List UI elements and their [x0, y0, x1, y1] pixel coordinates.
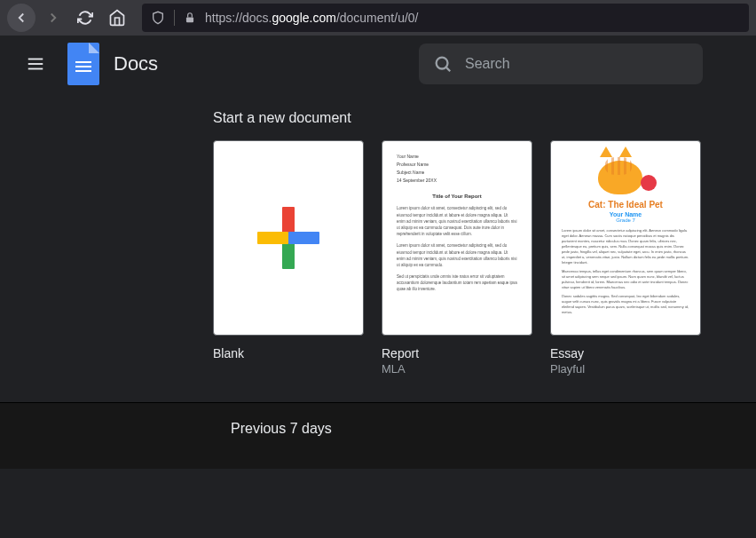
svg-line-5 — [446, 67, 451, 72]
templates-section: Start a new document Blank — [0, 92, 756, 402]
address-bar[interactable]: https://docs.google.com/document/u/0/ — [142, 4, 749, 32]
shield-icon — [151, 11, 165, 25]
essay-title: Cat: The Ideal Pet — [562, 200, 689, 210]
essay-byline: Your Name — [562, 211, 689, 218]
template-report[interactable]: Your Name Professor Name Subject Name 14… — [382, 140, 532, 376]
template-essay[interactable]: Cat: The Ideal Pet Your Name Grade 7 Lor… — [550, 140, 701, 376]
plus-icon — [257, 207, 319, 269]
main-menu-button[interactable] — [18, 46, 53, 82]
recent-title: Previous 7 days — [231, 421, 756, 437]
svg-point-4 — [437, 58, 448, 69]
docs-logo-icon[interactable] — [67, 43, 99, 85]
forward-button[interactable] — [39, 4, 67, 32]
app-header: Docs — [0, 36, 756, 92]
templates-title: Start a new document — [213, 110, 756, 126]
home-button[interactable] — [103, 4, 131, 32]
template-name: Blank — [213, 346, 364, 360]
essay-grade: Grade 7 — [562, 218, 689, 223]
recent-section: Previous 7 days — [0, 402, 756, 469]
template-name: Essay — [550, 346, 701, 360]
template-row: Blank Your Name Professor Name Subject N… — [213, 140, 756, 376]
template-report-thumb: Your Name Professor Name Subject Name 14… — [382, 140, 532, 336]
search-icon — [433, 54, 453, 74]
url-text: https://docs.google.com/document/u/0/ — [205, 11, 419, 25]
template-name: Report — [382, 346, 532, 360]
template-blank-thumb — [213, 140, 364, 336]
search-container — [419, 44, 703, 84]
cat-illustration — [595, 150, 657, 194]
svg-rect-0 — [186, 17, 193, 22]
template-blank[interactable]: Blank — [213, 140, 364, 376]
template-subtitle: Playful — [550, 362, 701, 376]
divider — [174, 10, 175, 26]
lock-icon — [184, 12, 196, 24]
search-input[interactable] — [465, 56, 689, 72]
template-subtitle: MLA — [382, 362, 532, 376]
back-button[interactable] — [7, 4, 35, 32]
browser-toolbar: https://docs.google.com/document/u/0/ — [0, 0, 756, 36]
template-essay-thumb: Cat: The Ideal Pet Your Name Grade 7 Lor… — [550, 140, 701, 336]
app-title: Docs — [114, 52, 158, 75]
reload-button[interactable] — [71, 4, 99, 32]
